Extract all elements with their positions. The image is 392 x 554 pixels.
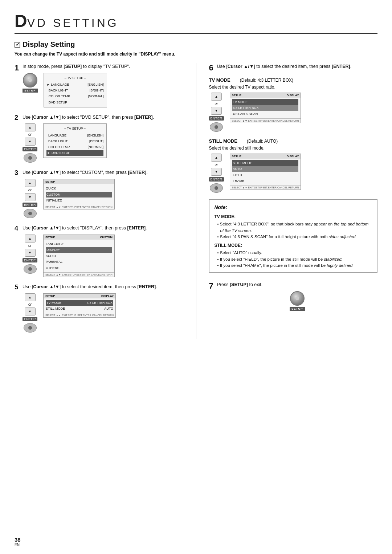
step-3-footer-l: SELECT ▲▼ EXIT:SETUP xyxy=(45,206,76,208)
setup-label: SETUP xyxy=(23,89,38,93)
step-2-ctrl: or ENTER xyxy=(23,123,37,163)
note-still-2: • If you select "FIELD", the picture in … xyxy=(217,256,372,262)
step-5-or: or xyxy=(28,302,32,306)
step-5-bold: Cursor ▲/▼ xyxy=(33,284,60,289)
step-1-screen-body: – TV SETUP – ►LANGUAGE[ENGLISH] BACK LIG… xyxy=(44,73,107,107)
step-2-visual: or ENTER – TV SETUP – LANGUAGE[ENGLISH] xyxy=(23,123,183,163)
step-3-enter-lbl: ENTER xyxy=(23,203,37,207)
checkbox-icon xyxy=(15,42,20,48)
step-1-row-1: ►LANGUAGE[ENGLISH] xyxy=(47,82,104,87)
step-5-screen: SETUP DISPLAY TV MODE4:3 LETTER BOX STIL… xyxy=(43,293,116,318)
step-4-row-1: LANGUAGE xyxy=(46,241,112,247)
enter-btn xyxy=(24,153,37,163)
step-3-visual: or ENTER SETUP QUICK xyxy=(23,179,183,218)
still-mode-screen-footer: SELECT ▲▼ EXIT:SETUP SET:ENTER CANCEL:RE… xyxy=(230,185,301,190)
step-2-row-1: LANGUAGE[ENGLISH] xyxy=(46,133,103,138)
step-1-row-3: COLOR TEMP.[NORMAL] xyxy=(47,93,104,99)
still-mode-or: or xyxy=(215,163,218,167)
still-mode-screen-header: SETUP DISPLAY xyxy=(230,154,301,159)
tv-mode-footer-r: SET:ENTER CANCEL:RETURN xyxy=(262,119,299,122)
step-4-screen-footer: SELECT ▲▼ EXIT:SETUP SET:ENTER CANCEL:RE… xyxy=(44,272,114,277)
step-1-number: 1 xyxy=(15,63,23,73)
step-2-enter: [ENTER] xyxy=(134,115,153,120)
step-3-up xyxy=(25,179,36,187)
still-mode-up xyxy=(211,154,222,162)
step-1: 1 In stop mode, press [SETUP] to display… xyxy=(15,63,183,107)
step-4-visual: or ENTER SETUP CUSTOM LANGUAGE xyxy=(23,235,183,277)
header-rest: VD SETTING xyxy=(27,16,119,29)
arrow-dvd: ► xyxy=(47,151,50,155)
step-3-hdr-left: SETUP xyxy=(45,180,55,183)
step-4-screen-header: SETUP CUSTOM xyxy=(44,235,114,240)
col-left: 1 In stop mode, press [SETUP] to display… xyxy=(15,63,183,339)
col-right: 6 Use [Cursor ▲/▼] to select the desired… xyxy=(209,63,378,339)
step-2-screen-body: – TV SETUP – LANGUAGE[ENGLISH] BACK LIGH… xyxy=(44,124,106,158)
step-2-number: 2 xyxy=(15,114,23,122)
step-6-enter: [ENTER] xyxy=(332,64,350,69)
tv-mode-screen-body: TV MODE 4:3 LETTER BOX 4:3 PAN & SCAN xyxy=(230,98,301,118)
step-3-number: 3 xyxy=(15,169,23,177)
step-4-or: or xyxy=(28,244,32,248)
step-2-bold: Cursor ▲/▼ xyxy=(33,115,60,120)
note-still-1: • Select "AUTO" usually. xyxy=(217,250,372,256)
step-4: 4 Use [Cursor ▲/▼] to select "DISPLAY", … xyxy=(15,225,183,277)
or-label: or xyxy=(28,133,32,137)
step-3-row-2: CUSTOM xyxy=(46,192,112,197)
setup-disc xyxy=(23,73,37,87)
step-5-screen-body: TV MODE4:3 LETTER BOX STILL MODEAUTO xyxy=(44,298,115,313)
tv-mode-hdr-l: SETUP xyxy=(232,94,242,97)
step-3-down xyxy=(25,193,36,201)
step-3-screen: SETUP QUICK CUSTOM INITIALIZE SELECT ▲▼ … xyxy=(43,179,115,209)
step-3-row-3: INITIALIZE xyxy=(46,197,112,203)
step-4-body: Use [Cursor ▲/▼] to select "DISPLAY", th… xyxy=(23,225,183,277)
still-mode-down xyxy=(211,168,222,176)
step-4-row-4: PARENTAL xyxy=(46,259,112,265)
step-6-header: 6 Use [Cursor ▲/▼] to select the desired… xyxy=(209,63,378,73)
step-5-footer-r: SET:ENTER CANCEL:RETURN xyxy=(77,314,114,317)
step-5-hdr-right: DISPLAY xyxy=(101,294,114,298)
step-2-screen: – TV SETUP – LANGUAGE[ENGLISH] BACK LIGH… xyxy=(43,123,107,158)
step-3-ctrl: or ENTER xyxy=(23,179,37,218)
up-btn xyxy=(25,123,36,131)
step-3-screen-body: QUICK CUSTOM INITIALIZE xyxy=(44,184,114,205)
step-3-screen-header: SETUP xyxy=(44,179,114,184)
page-number: 38 xyxy=(15,537,21,543)
tv-mode-ctrl: or ENTER xyxy=(209,93,224,132)
step-1-row-2: BACK LIGHT[BRIGHT] xyxy=(47,87,104,93)
intro-text: You can change the TV aspect ratio and s… xyxy=(15,51,377,57)
enter-label: ENTER xyxy=(23,147,37,151)
step-5-down xyxy=(25,307,36,315)
step-2: 2 Use [Cursor ▲/▼] to select "DVD SETUP"… xyxy=(15,114,183,163)
step-3-row-1: QUICK xyxy=(46,186,112,191)
note-box: TV MODE: • Select "4:3 LETTER BOX", so t… xyxy=(209,199,378,273)
step-4-footer-r: SET:ENTER CANCEL:RETURN xyxy=(76,273,113,276)
step-3-screen-footer: SELECT ▲▼ EXIT:SETUP SET:ENTER CANCEL:RE… xyxy=(44,205,114,209)
step-5-number: 5 xyxy=(15,284,23,291)
step-7-number: 7 xyxy=(209,281,217,291)
tv-mode-row-1: TV MODE xyxy=(232,99,299,105)
still-mode-row-4: FRAME xyxy=(232,178,299,184)
step-4-enter: [ENTER] xyxy=(127,225,146,231)
still-mode-default: (Default: AUTO) xyxy=(247,139,278,144)
step-2-row-4: ►DVD SETUP xyxy=(46,150,103,156)
step-2-text: Use [Cursor ▲/▼] to select "DVD SETUP", … xyxy=(23,114,183,121)
step-5-hdr-left: SETUP xyxy=(45,294,55,298)
still-mode-footer-r: SET:ENTER CANCEL:RETURN xyxy=(262,186,299,189)
step-7-disc xyxy=(290,291,305,306)
still-mode-section: STILL MODE (Default: AUTO) Select the de… xyxy=(209,138,378,193)
tv-mode-default: (Default: 4:3 LETTER BOX) xyxy=(240,78,293,83)
page-container: DVD SETTING Display Setting You can chan… xyxy=(0,0,392,354)
step-4-row-2: DISPLAY xyxy=(46,247,112,253)
header-big-d: D xyxy=(15,11,27,30)
still-mode-row-3: FIELD xyxy=(232,172,299,178)
still-mode-title: STILL MODE xyxy=(209,138,237,144)
step-4-hdr-left: SETUP xyxy=(45,236,55,239)
step-1-bold: [SETUP] xyxy=(64,64,82,69)
note-tv-2: • Select "4:3 PAN & SCAN" for a full hei… xyxy=(217,234,372,240)
step-5-row-1: TV MODE4:3 LETTER BOX xyxy=(46,300,113,306)
step-5-visual: or ENTER SETUP DISPLAY xyxy=(23,293,183,333)
step-6-text: Use [Cursor ▲/▼] to select the desired i… xyxy=(217,63,378,70)
step-2-screen-title: – TV SETUP – xyxy=(46,126,103,131)
step-4-up xyxy=(25,235,36,243)
step-1-body: In stop mode, press [SETUP] to display "… xyxy=(23,63,183,107)
